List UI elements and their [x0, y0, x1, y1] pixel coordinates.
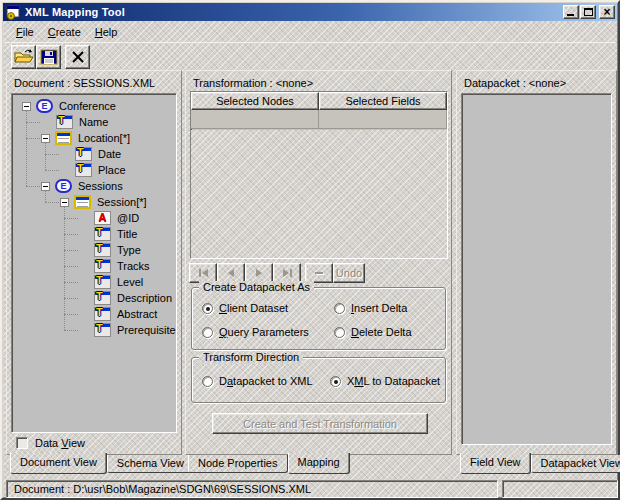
status-secondary-pane: [502, 480, 618, 498]
tab-node-properties[interactable]: Node Properties: [188, 455, 288, 473]
text-node-icon: [94, 291, 111, 305]
radio-icon: [330, 376, 341, 387]
app-icon: [5, 5, 21, 20]
tree-rows: Conference Name Location[*] Date Place S…: [12, 98, 176, 338]
toolbar: [4, 42, 616, 69]
document-panel-title: Document : SESSIONS.XML: [14, 77, 155, 89]
tree-item-tracks[interactable]: Tracks: [12, 258, 176, 274]
tree-item-description[interactable]: Description: [12, 290, 176, 306]
tree-item-session[interactable]: Session[*]: [12, 194, 176, 210]
attribute-icon: [94, 211, 111, 225]
radio-icon: [202, 376, 213, 387]
datapacket-panel: Datapacket : <none>: [456, 70, 617, 455]
data-view-checkbox-row: Data View: [16, 437, 85, 449]
tree-item-title[interactable]: Title: [12, 226, 176, 242]
delete-button[interactable]: [65, 45, 90, 69]
radio-query-parameters[interactable]: Query Parameters: [202, 326, 309, 338]
maximize-icon: [584, 8, 593, 16]
nav-first-button[interactable]: [189, 263, 217, 283]
datapacket-tabs: Field View Datapacket View: [460, 454, 620, 474]
menu-file[interactable]: File: [9, 24, 41, 40]
text-node-icon: [94, 307, 111, 321]
open-folder-icon: [14, 49, 34, 65]
save-floppy-icon: [40, 49, 58, 65]
maximize-button[interactable]: [580, 5, 596, 19]
nav-last-icon: [283, 269, 289, 277]
tab-field-view[interactable]: Field View: [460, 453, 531, 474]
nav-delete-icon: [315, 272, 323, 274]
text-node-icon: [94, 259, 111, 273]
minimize-button[interactable]: [563, 5, 579, 19]
text-node-icon: [75, 163, 92, 177]
tree-item-name[interactable]: Name: [12, 114, 176, 130]
transformation-panel: Transformation : <none> Selected Nodes S…: [185, 70, 452, 455]
save-document-button[interactable]: [36, 45, 61, 69]
radio-delete-delta[interactable]: Delete Delta: [334, 326, 412, 338]
collapse-icon[interactable]: [41, 134, 50, 143]
nav-first-icon: [199, 269, 201, 277]
titlebar: XML Mapping Tool ×: [3, 3, 617, 21]
text-node-icon: [75, 147, 92, 161]
radio-insert-delta[interactable]: Insert Delta: [334, 302, 407, 314]
tree-item-abstract[interactable]: Abstract: [12, 306, 176, 322]
radio-client-dataset[interactable]: Client Dataset: [202, 302, 288, 314]
transformation-panel-title: Transformation : <none>: [193, 77, 313, 89]
tree-item-prerequisite[interactable]: Prerequisite: [12, 322, 176, 338]
menu-create[interactable]: Create: [41, 24, 88, 40]
undo-button[interactable]: Undo: [333, 263, 365, 283]
tree-item-conference[interactable]: Conference: [12, 98, 176, 114]
text-node-icon: [56, 115, 73, 129]
radio-datapacket-to-xml[interactable]: Datapacket to XML: [202, 375, 313, 387]
tab-datapacket-view[interactable]: Datapacket View: [531, 455, 620, 473]
status-document-path: Document : D:\usr\Bob\Magazine\SDGN\69\S…: [6, 480, 498, 498]
radio-icon: [202, 303, 213, 314]
tree-item-type[interactable]: Type: [12, 242, 176, 258]
nav-prior-button[interactable]: [217, 263, 245, 283]
nav-last-button[interactable]: [273, 263, 301, 283]
tree-item-place[interactable]: Place: [12, 162, 176, 178]
element-icon: [36, 99, 53, 113]
radio-xml-to-datapacket[interactable]: XML to Datapacket: [330, 375, 440, 387]
status-bar: Document : D:\usr\Bob\Magazine\SDGN\69\S…: [4, 479, 616, 499]
tree-item-date[interactable]: Date: [12, 146, 176, 162]
tree-item-sessions[interactable]: Sessions: [12, 178, 176, 194]
radio-icon: [334, 327, 345, 338]
radio-icon: [334, 303, 345, 314]
table-node-icon: [55, 131, 72, 145]
transformation-tabs: Node Properties Mapping: [188, 454, 350, 474]
table-node-icon: [74, 195, 91, 209]
tree-item-id[interactable]: @ID: [12, 210, 176, 226]
create-datapacket-as-group: Create Datapacket As Client Dataset Inse…: [191, 287, 446, 350]
grid-empty-area: [191, 130, 447, 258]
collapse-icon[interactable]: [41, 182, 50, 191]
data-view-checkbox[interactable]: [16, 437, 28, 449]
group-title: Create Datapacket As: [199, 281, 314, 294]
collapse-icon[interactable]: [60, 198, 69, 207]
delete-x-icon: [69, 49, 87, 65]
menu-help[interactable]: Help: [88, 24, 125, 40]
window-title: XML Mapping Tool: [25, 6, 562, 18]
tab-mapping[interactable]: Mapping: [288, 453, 350, 474]
text-node-icon: [94, 275, 111, 289]
tree-item-location[interactable]: Location[*]: [12, 130, 176, 146]
tab-schema-view[interactable]: Schema View: [107, 455, 194, 473]
nav-next-button[interactable]: [245, 263, 273, 283]
grid-row[interactable]: [191, 110, 447, 129]
collapse-icon[interactable]: [22, 102, 31, 111]
data-view-label: Data View: [35, 437, 85, 449]
column-header-selected-nodes[interactable]: Selected Nodes: [191, 92, 319, 110]
tree-item-level[interactable]: Level: [12, 274, 176, 290]
app-window: XML Mapping Tool × File Create Help: [0, 0, 620, 500]
datapacket-list[interactable]: [461, 93, 612, 445]
open-document-button[interactable]: [11, 45, 36, 69]
create-and-test-transformation-button[interactable]: Create and Test Transformation: [212, 413, 428, 434]
text-node-icon: [94, 227, 111, 241]
tab-document-view[interactable]: Document View: [10, 453, 107, 474]
menubar: File Create Help: [4, 23, 616, 41]
radio-icon: [202, 327, 213, 338]
close-button[interactable]: ×: [599, 5, 615, 19]
nav-next-icon: [256, 269, 262, 277]
column-header-selected-fields[interactable]: Selected Fields: [319, 92, 447, 110]
group-title: Transform Direction: [199, 351, 303, 364]
nav-delete-button[interactable]: [305, 263, 333, 283]
